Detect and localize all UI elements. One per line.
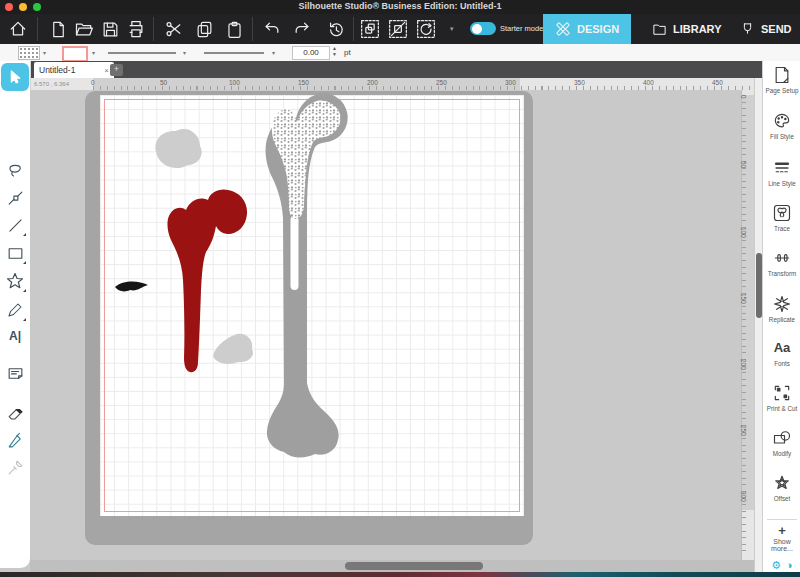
ruler-label: 300 bbox=[740, 491, 747, 502]
panel-fill-style[interactable]: Fill Style bbox=[763, 111, 800, 140]
select-tool-button[interactable] bbox=[1, 63, 29, 91]
deselect-icon bbox=[388, 19, 408, 39]
save-icon bbox=[101, 20, 120, 39]
redo-button[interactable] bbox=[290, 17, 314, 41]
line-style-alt-preview[interactable] bbox=[204, 52, 264, 54]
tab-design[interactable]: DESIGN bbox=[543, 14, 631, 44]
panel-label: Page Setup bbox=[763, 87, 800, 94]
star-polygon-tool-button[interactable] bbox=[3, 269, 27, 293]
line-color-dropdown-caret[interactable]: ▾ bbox=[92, 49, 95, 56]
line-style-icon bbox=[772, 158, 792, 178]
horizontal-scrollbar-thumb[interactable] bbox=[345, 562, 483, 570]
copy-icon bbox=[195, 20, 214, 39]
home-icon bbox=[8, 19, 28, 39]
add-tab-button[interactable]: + bbox=[110, 64, 123, 76]
starter-mode-toggle-group: Starter mode on bbox=[470, 22, 554, 35]
stepper-down-icon[interactable]: ▼ bbox=[332, 51, 337, 57]
rectangle-tool-button[interactable] bbox=[3, 241, 27, 265]
ruler-label: 100 bbox=[740, 227, 747, 238]
ruler-label: 150 bbox=[298, 79, 309, 86]
shape-black-crescent[interactable] bbox=[115, 281, 148, 291]
line-color-swatch[interactable] bbox=[62, 46, 88, 62]
fill-dropdown-caret[interactable]: ▾ bbox=[43, 49, 46, 56]
ruler-label: 150 bbox=[740, 293, 747, 304]
undo-icon bbox=[262, 19, 282, 39]
copy-button[interactable] bbox=[192, 17, 216, 41]
text-tool-button[interactable]: A| bbox=[3, 324, 27, 348]
line-style-preview[interactable] bbox=[108, 52, 176, 54]
close-tab-icon[interactable]: × bbox=[104, 66, 109, 75]
deselect-button[interactable] bbox=[386, 17, 410, 41]
panel-fonts[interactable]: Aa Fonts bbox=[763, 338, 800, 367]
open-document-button[interactable] bbox=[72, 17, 96, 41]
cut-button[interactable] bbox=[162, 17, 186, 41]
design-shapes-layer bbox=[30, 90, 741, 560]
plus-icon: + bbox=[763, 525, 800, 537]
pencil-tool-button[interactable] bbox=[3, 298, 27, 322]
panel-label: Line Style bbox=[763, 180, 800, 187]
shape-light-gray-blob[interactable] bbox=[155, 129, 201, 168]
select-by-attribute-icon bbox=[416, 19, 436, 39]
select-all-icon bbox=[360, 19, 380, 39]
line-style-alt-dropdown-caret[interactable]: ▾ bbox=[272, 49, 275, 56]
knife-icon bbox=[6, 431, 25, 450]
panel-page-setup[interactable]: Page Setup bbox=[763, 65, 800, 94]
flyout-indicator bbox=[23, 289, 26, 292]
app-window: Silhouette Studio® Business Edition: Unt… bbox=[0, 0, 800, 577]
fill-swatch[interactable] bbox=[18, 46, 40, 60]
design-blades-icon bbox=[555, 21, 571, 37]
panel-offset[interactable]: Offset bbox=[763, 473, 800, 502]
paste-button[interactable] bbox=[222, 17, 246, 41]
eraser-tool-button[interactable] bbox=[3, 401, 27, 425]
cursor-coordinates: 6.570 , 6.364 bbox=[34, 81, 69, 87]
line-thickness-input[interactable]: 0.00 bbox=[292, 46, 330, 60]
panel-line-style[interactable]: Line Style bbox=[763, 158, 800, 187]
line-style-dropdown-caret[interactable]: ▾ bbox=[183, 49, 186, 56]
right-panel: Page Setup Fill Style Line Style Trace bbox=[762, 61, 800, 572]
tab-library[interactable]: LIBRARY bbox=[640, 14, 733, 44]
settings-gear-icon[interactable]: ⚙ bbox=[771, 559, 781, 572]
home-button[interactable] bbox=[6, 17, 30, 41]
ruler-label: 50 bbox=[160, 79, 167, 86]
save-button[interactable] bbox=[98, 17, 122, 41]
undo-button[interactable] bbox=[260, 17, 284, 41]
undo-history-button[interactable] bbox=[324, 17, 348, 41]
offset-star-icon bbox=[772, 473, 792, 493]
main-toolbar: ▾ Starter mode on DESIGN LIBRARY SEND bbox=[0, 14, 800, 44]
panel-replicate[interactable]: Replicate bbox=[763, 294, 800, 323]
tab-send[interactable]: SEND bbox=[728, 14, 800, 44]
document-tab[interactable]: Untitled-1 × bbox=[34, 62, 114, 78]
canvas-viewport[interactable] bbox=[30, 90, 741, 560]
line-thickness-unit: pt bbox=[344, 48, 351, 57]
new-document-button[interactable] bbox=[46, 17, 70, 41]
lasso-select-tool-button[interactable] bbox=[3, 158, 27, 182]
panel-label: Replicate bbox=[763, 316, 800, 323]
toolbar-overflow-dropdown[interactable]: ▾ bbox=[450, 25, 454, 33]
quick-style-bar: ▾ ▾ ▾ ▾ 0.00 ▲ ▼ pt bbox=[0, 44, 800, 62]
ruler-label: 450 bbox=[712, 79, 723, 86]
ruler-label: 0 bbox=[740, 95, 747, 99]
panel-print-cut[interactable]: Print & Cut bbox=[763, 383, 800, 412]
panel-modify[interactable]: Modify bbox=[763, 428, 800, 457]
eyedropper-tool-button[interactable] bbox=[3, 455, 27, 479]
show-more-button[interactable]: + Show more... bbox=[763, 525, 800, 552]
panel-transform[interactable]: Transform bbox=[763, 248, 800, 277]
select-all-button[interactable] bbox=[358, 17, 382, 41]
line-thickness-stepper[interactable]: ▲ ▼ bbox=[332, 45, 337, 57]
edit-points-tool-button[interactable] bbox=[3, 186, 27, 210]
transform-sliders-icon bbox=[772, 248, 792, 268]
rectangle-icon bbox=[6, 244, 25, 263]
shape-gray-fragment[interactable] bbox=[213, 334, 253, 364]
panel-label: Fill Style bbox=[763, 133, 800, 140]
panel-trace[interactable]: Trace bbox=[763, 203, 800, 232]
toolbar-separator bbox=[153, 17, 154, 41]
line-tool-button[interactable] bbox=[3, 213, 27, 237]
toolbar-separator bbox=[37, 17, 38, 41]
print-button[interactable] bbox=[124, 17, 148, 41]
select-by-attribute-button[interactable] bbox=[414, 17, 438, 41]
note-tool-button[interactable] bbox=[3, 361, 27, 385]
horizontal-scrollbar[interactable] bbox=[30, 560, 754, 572]
knife-tool-button[interactable] bbox=[3, 428, 27, 452]
starter-mode-toggle[interactable] bbox=[470, 22, 496, 35]
theme-contrast-icon[interactable]: ◑ bbox=[786, 559, 793, 572]
